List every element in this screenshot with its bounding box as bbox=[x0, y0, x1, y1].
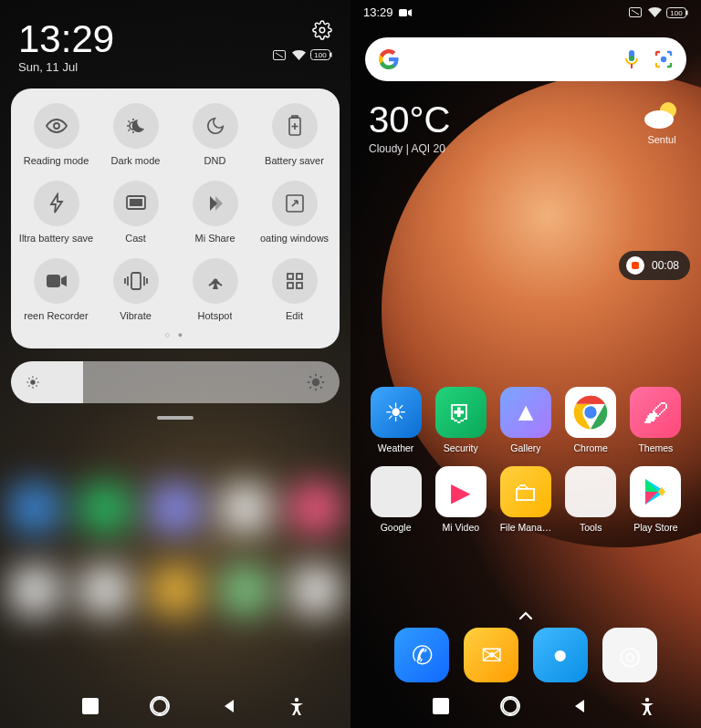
stop-recording-icon[interactable] bbox=[626, 256, 644, 275]
qs-tile-eye[interactable]: Reading mode bbox=[16, 103, 96, 166]
screen-recording-pill[interactable]: 00:08 bbox=[619, 251, 690, 280]
qs-tile-mishare[interactable]: Mi Share bbox=[175, 181, 255, 244]
app-icon: ▲ bbox=[500, 387, 551, 438]
svg-rect-30 bbox=[297, 283, 302, 288]
svg-rect-49 bbox=[82, 698, 99, 714]
svg-rect-21 bbox=[131, 273, 141, 289]
home-button[interactable] bbox=[500, 696, 520, 716]
vibrate-icon bbox=[113, 258, 159, 304]
app-phone[interactable]: ✆ bbox=[394, 628, 449, 682]
app-icon bbox=[565, 466, 616, 517]
recording-timer: 00:08 bbox=[652, 259, 679, 272]
qs-tile-label: Dark mode bbox=[111, 155, 161, 166]
weather-widget[interactable]: 30°C Cloudy | AQI 20 Sentul bbox=[350, 94, 701, 155]
app-drawer-arrow-icon[interactable] bbox=[518, 611, 533, 620]
app-play-store[interactable]: Play Store bbox=[623, 466, 688, 533]
svg-line-37 bbox=[36, 385, 37, 386]
settings-gear-icon[interactable] bbox=[312, 20, 332, 40]
qs-tile-label: Hotspot bbox=[198, 310, 233, 321]
app-camera[interactable]: ◎ bbox=[602, 628, 657, 682]
quick-settings-screen: 13:29 Sun, 11 Jul 100 Reading modeDark m… bbox=[0, 0, 350, 728]
svg-point-69 bbox=[585, 406, 597, 418]
voice-search-icon[interactable] bbox=[623, 49, 641, 69]
svg-line-48 bbox=[320, 376, 322, 378]
qs-tile-label: reen Recorder bbox=[24, 310, 88, 321]
app-icon: ▶ bbox=[435, 466, 487, 517]
svg-rect-14 bbox=[292, 116, 298, 118]
brightness-slider[interactable] bbox=[11, 361, 340, 403]
google-search-bar[interactable] bbox=[365, 37, 686, 81]
bolt-icon bbox=[34, 181, 79, 226]
app-file-mana-[interactable]: 🗀File Mana… bbox=[493, 466, 558, 533]
svg-rect-4 bbox=[330, 53, 332, 57]
recents-button[interactable] bbox=[433, 698, 449, 714]
accessibility-button[interactable] bbox=[288, 697, 305, 715]
quick-settings-panel: Reading modeDark modeDNDBattery saverIlt… bbox=[11, 88, 340, 348]
qs-tile-hotspot[interactable]: Hotspot bbox=[175, 258, 255, 321]
moon-icon bbox=[193, 103, 238, 149]
qs-tile-vibrate[interactable]: Vibrate bbox=[96, 258, 175, 321]
weather-location: Sentul bbox=[641, 134, 683, 145]
qs-tile-darkmode[interactable]: Dark mode bbox=[96, 103, 175, 166]
svg-text:100: 100 bbox=[670, 9, 683, 17]
qs-tile-grid[interactable]: Edit bbox=[255, 258, 334, 321]
qs-tile-battery[interactable]: Battery saver bbox=[255, 103, 334, 166]
app-google[interactable]: Google bbox=[363, 466, 428, 533]
app-browser[interactable]: ● bbox=[533, 628, 588, 682]
qs-tile-camcorder[interactable]: reen Recorder bbox=[16, 258, 96, 321]
svg-line-12 bbox=[128, 130, 130, 131]
hotspot-icon bbox=[193, 258, 238, 304]
svg-point-31 bbox=[30, 380, 35, 384]
app-mi-video[interactable]: ▶Mi Video bbox=[428, 466, 493, 533]
app-messages[interactable]: ✉ bbox=[464, 628, 518, 682]
back-button[interactable] bbox=[221, 698, 237, 714]
app-weather[interactable]: ☀Weather bbox=[363, 387, 428, 453]
recents-button[interactable] bbox=[82, 698, 99, 714]
svg-point-62 bbox=[661, 57, 666, 62]
svg-point-40 bbox=[312, 379, 319, 386]
svg-rect-27 bbox=[288, 274, 293, 279]
svg-rect-57 bbox=[686, 10, 688, 15]
svg-point-51 bbox=[151, 697, 169, 715]
accessibility-button[interactable] bbox=[639, 697, 655, 715]
qs-tile-label: Battery saver bbox=[265, 155, 324, 166]
svg-line-46 bbox=[320, 387, 322, 389]
google-logo-icon bbox=[378, 48, 400, 70]
app-label: Google bbox=[381, 522, 412, 533]
darkmode-icon bbox=[113, 103, 159, 149]
qs-tile-cast[interactable]: Cast bbox=[96, 181, 175, 244]
app-label: Mi Video bbox=[442, 522, 479, 533]
qs-tile-label: Cast bbox=[125, 233, 146, 244]
svg-point-50 bbox=[152, 699, 167, 713]
back-button[interactable] bbox=[571, 698, 588, 714]
svg-rect-28 bbox=[297, 274, 302, 279]
qs-tile-label: oating windows bbox=[260, 233, 329, 244]
app-gallery[interactable]: ▲Gallery bbox=[493, 387, 558, 453]
svg-text:100: 100 bbox=[314, 51, 327, 59]
app-security[interactable]: ⛨Security bbox=[428, 387, 493, 453]
qs-tile-bolt[interactable]: Iltra battery save bbox=[16, 181, 96, 244]
drag-handle[interactable] bbox=[157, 416, 194, 420]
app-icon: ● bbox=[533, 628, 588, 682]
home-button[interactable] bbox=[150, 696, 170, 716]
svg-line-11 bbox=[128, 121, 130, 123]
app-themes[interactable]: 🖌Themes bbox=[623, 387, 688, 453]
svg-point-64 bbox=[644, 110, 674, 129]
home-screen: 13:29 100 30°C Cloudy | AQI 20 Sentul 00… bbox=[350, 0, 701, 728]
weather-icon bbox=[641, 99, 683, 130]
app-icon bbox=[630, 466, 681, 517]
qs-tile-float[interactable]: oating windows bbox=[255, 181, 334, 244]
svg-line-55 bbox=[632, 10, 639, 15]
mishare-icon bbox=[193, 181, 238, 226]
float-icon bbox=[272, 181, 318, 226]
qs-tile-moon[interactable]: DND bbox=[175, 103, 255, 166]
brightness-high-icon bbox=[307, 373, 325, 391]
clock-date: Sun, 11 Jul bbox=[18, 60, 114, 74]
app-tools[interactable]: Tools bbox=[559, 466, 623, 533]
app-chrome[interactable]: Chrome bbox=[559, 387, 623, 453]
app-icon bbox=[565, 387, 616, 438]
google-lens-icon[interactable] bbox=[654, 49, 674, 69]
svg-rect-60 bbox=[629, 56, 634, 61]
navigation-bar bbox=[350, 684, 701, 728]
recording-indicator-icon bbox=[399, 8, 412, 17]
